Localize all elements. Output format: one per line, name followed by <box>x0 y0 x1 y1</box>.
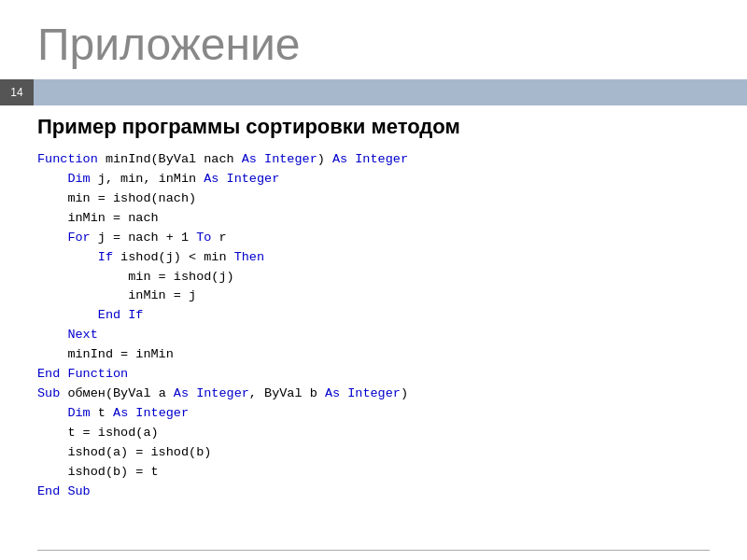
content-area: Пример программы сортировки методом Func… <box>0 105 747 511</box>
slide-number-bar: 14 <box>0 79 747 105</box>
code-line: Dim t As Integer <box>37 404 710 424</box>
code-line: ishod(a) = ishod(b) <box>37 443 710 463</box>
code-line: minInd = inMin <box>37 345 710 365</box>
code-line: t = ishod(a) <box>37 424 710 443</box>
code-line: ishod(b) = t <box>37 463 710 483</box>
bottom-line <box>37 550 710 551</box>
slide-bar <box>34 79 747 105</box>
code-line: inMin = nach <box>37 209 710 229</box>
code-line: End Sub <box>37 483 710 502</box>
code-line: Function minInd(ByVal nach As Integer) A… <box>37 150 710 170</box>
slide-title: Приложение <box>0 0 747 79</box>
code-line: min = ishod(j) <box>37 268 710 287</box>
slide-container: Приложение 14 Пример программы сортировк… <box>0 0 747 560</box>
code-line: Dim j, min, inMin As Integer <box>37 170 710 189</box>
code-line: Sub обмен(ByVal a As Integer, ByVal b As… <box>37 385 710 404</box>
code-line: If ishod(j) < min Then <box>37 248 710 268</box>
code-line: End Function <box>37 365 710 385</box>
code-line: min = ishod(nach) <box>37 189 710 209</box>
slide-number: 14 <box>0 79 34 105</box>
section-title: Пример программы сортировки методом <box>37 115 710 139</box>
code-line: End If <box>37 306 710 326</box>
code-line: For j = nach + 1 To r <box>37 229 710 248</box>
code-line: Next <box>37 326 710 345</box>
code-line: inMin = j <box>37 287 710 306</box>
code-block: Function minInd(ByVal nach As Integer) A… <box>37 150 710 502</box>
